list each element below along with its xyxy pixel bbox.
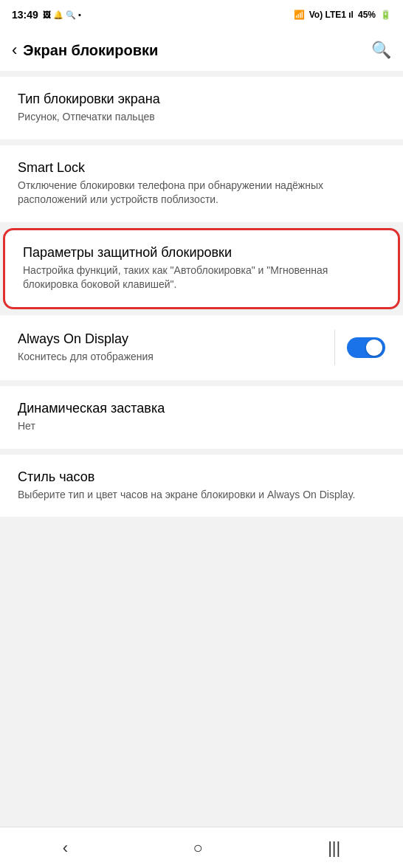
status-bar: 13:49 🖼 🔔 🔍 • 📶 Vo) LTE1 ıl 45% 🔋 (0, 0, 403, 30)
setting-clock-style[interactable]: Стиль часов Выберите тип и цвет часов на… (0, 455, 403, 517)
setting-dynamic-screensaver[interactable]: Динамическая заставка Нет (0, 386, 403, 449)
setting-title: Стиль часов (18, 469, 385, 485)
setting-desc: Отключение блокировки телефона при обнар… (18, 179, 385, 207)
always-on-display-text: Always On Display Коснитесь для отображе… (18, 331, 323, 365)
always-on-display-toggle[interactable] (347, 337, 385, 358)
toggle-slider (347, 337, 385, 358)
nav-recents-button[interactable]: ||| (310, 833, 358, 864)
setting-always-on-display[interactable]: Always On Display Коснитесь для отображе… (0, 315, 403, 380)
setting-title: Smart Lock (18, 160, 385, 176)
setting-title: Динамическая заставка (18, 401, 385, 416)
settings-list: Тип блокировки экрана Рисунок, Отпечатки… (0, 71, 403, 827)
bottom-nav: ‹ ○ ||| (0, 827, 403, 868)
setting-lock-type[interactable]: Тип блокировки экрана Рисунок, Отпечатки… (0, 77, 403, 140)
setting-title: Always On Display (18, 331, 323, 347)
search-button[interactable]: 🔍 (371, 41, 391, 60)
battery-icon: 🔋 (380, 10, 391, 20)
setting-desc: Настройка функций, таких как "Автоблокир… (23, 264, 380, 292)
signal-icon: 📶 (294, 10, 305, 20)
back-button[interactable]: ‹ (12, 41, 17, 60)
status-left: 13:49 🖼 🔔 🔍 • (12, 9, 81, 21)
setting-desc: Нет (18, 419, 385, 434)
setting-title: Тип блокировки экрана (18, 92, 385, 107)
setting-smart-lock[interactable]: Smart Lock Отключение блокировки телефон… (0, 145, 403, 222)
signal-text: Vo) LTE1 ıl (309, 10, 354, 20)
nav-home-button[interactable]: ○ (175, 833, 220, 864)
setting-desc: Выберите тип и цвет часов на экране блок… (18, 488, 385, 503)
nav-back-button[interactable]: ‹ (45, 833, 86, 864)
setting-desc: Коснитесь для отображения (18, 350, 323, 365)
battery-text: 45% (358, 10, 376, 20)
setting-desc: Рисунок, Отпечатки пальцев (18, 110, 385, 125)
setting-title: Параметры защитной блокировки (23, 245, 380, 261)
toggle-divider (334, 330, 335, 365)
status-icons: 🖼 🔔 🔍 • (43, 10, 81, 20)
top-bar: ‹ Экран блокировки 🔍 (0, 30, 403, 71)
top-bar-left: ‹ Экран блокировки (12, 41, 158, 60)
status-time: 13:49 (12, 9, 38, 21)
page-title: Экран блокировки (23, 42, 158, 59)
setting-security-lock[interactable]: Параметры защитной блокировки Настройка … (3, 228, 400, 309)
status-right: 📶 Vo) LTE1 ıl 45% 🔋 (294, 10, 391, 20)
